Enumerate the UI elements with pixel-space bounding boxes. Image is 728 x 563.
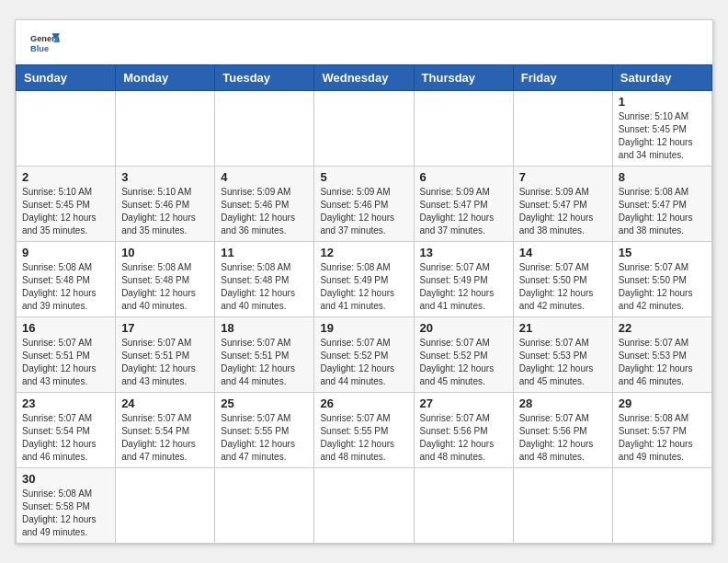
day-number: 15 — [619, 246, 706, 259]
day-number: 21 — [519, 321, 607, 335]
day-info: Sunrise: 5:08 AM Sunset: 5:57 PM Dayligh… — [619, 412, 706, 464]
calendar-header: General Blue — [16, 20, 712, 64]
day-number: 4 — [221, 170, 308, 184]
day-cell: 30Sunrise: 5:08 AM Sunset: 5:58 PM Dayli… — [17, 467, 116, 543]
svg-text:Blue: Blue — [30, 43, 49, 52]
day-number: 8 — [619, 170, 706, 184]
day-cell — [17, 90, 116, 166]
day-cell — [513, 90, 612, 166]
calendar-container: General Blue SundayMondayTuesdayWednesda… — [15, 19, 713, 545]
day-number: 18 — [221, 321, 308, 335]
day-number: 1 — [619, 95, 706, 109]
day-info: Sunrise: 5:09 AM Sunset: 5:46 PM Dayligh… — [320, 186, 407, 237]
day-info: Sunrise: 5:07 AM Sunset: 5:53 PM Dayligh… — [519, 337, 607, 388]
weekday-header-wednesday: Wednesday — [314, 64, 414, 90]
weekday-header-tuesday: Tuesday — [215, 64, 314, 90]
day-number: 9 — [22, 246, 109, 259]
day-cell: 27Sunrise: 5:07 AM Sunset: 5:56 PM Dayli… — [414, 392, 513, 467]
generalblue-logo-icon: General Blue — [30, 31, 60, 57]
day-info: Sunrise: 5:07 AM Sunset: 5:55 PM Dayligh… — [320, 412, 407, 464]
day-info: Sunrise: 5:07 AM Sunset: 5:50 PM Dayligh… — [619, 261, 706, 313]
day-cell: 2Sunrise: 5:10 AM Sunset: 5:45 PM Daylig… — [17, 166, 116, 241]
week-row-3: 9Sunrise: 5:08 AM Sunset: 5:48 PM Daylig… — [17, 241, 712, 316]
weekday-header-sunday: Sunday — [17, 64, 116, 90]
day-cell: 20Sunrise: 5:07 AM Sunset: 5:52 PM Dayli… — [414, 316, 513, 392]
day-number: 2 — [22, 170, 109, 184]
day-number: 10 — [121, 246, 209, 259]
day-cell: 1Sunrise: 5:10 AM Sunset: 5:45 PM Daylig… — [612, 90, 711, 166]
day-info: Sunrise: 5:08 AM Sunset: 5:48 PM Dayligh… — [221, 261, 308, 313]
day-cell — [414, 90, 513, 166]
day-number: 17 — [121, 321, 209, 335]
day-cell — [116, 90, 215, 166]
day-info: Sunrise: 5:07 AM Sunset: 5:56 PM Dayligh… — [519, 412, 607, 464]
day-number: 24 — [121, 396, 209, 410]
week-row-2: 2Sunrise: 5:10 AM Sunset: 5:45 PM Daylig… — [17, 166, 712, 241]
day-number: 6 — [420, 170, 507, 184]
day-cell — [314, 90, 414, 166]
day-number: 13 — [420, 246, 507, 259]
day-info: Sunrise: 5:09 AM Sunset: 5:47 PM Dayligh… — [420, 186, 507, 237]
day-info: Sunrise: 5:07 AM Sunset: 5:51 PM Dayligh… — [22, 337, 109, 388]
day-cell: 16Sunrise: 5:07 AM Sunset: 5:51 PM Dayli… — [17, 316, 116, 392]
day-cell — [314, 467, 414, 543]
day-info: Sunrise: 5:07 AM Sunset: 5:50 PM Dayligh… — [519, 261, 607, 313]
day-info: Sunrise: 5:07 AM Sunset: 5:54 PM Dayligh… — [121, 412, 209, 464]
day-info: Sunrise: 5:08 AM Sunset: 5:58 PM Dayligh… — [22, 488, 109, 539]
day-cell: 5Sunrise: 5:09 AM Sunset: 5:46 PM Daylig… — [314, 166, 414, 241]
day-info: Sunrise: 5:08 AM Sunset: 5:48 PM Dayligh… — [22, 261, 109, 313]
day-cell: 28Sunrise: 5:07 AM Sunset: 5:56 PM Dayli… — [513, 392, 612, 467]
day-info: Sunrise: 5:07 AM Sunset: 5:49 PM Dayligh… — [420, 261, 507, 313]
day-cell: 9Sunrise: 5:08 AM Sunset: 5:48 PM Daylig… — [17, 241, 116, 316]
day-cell: 18Sunrise: 5:07 AM Sunset: 5:51 PM Dayli… — [215, 316, 314, 392]
day-number: 20 — [420, 321, 507, 335]
day-cell: 15Sunrise: 5:07 AM Sunset: 5:50 PM Dayli… — [612, 241, 711, 316]
day-number: 5 — [320, 170, 407, 184]
day-cell — [215, 90, 314, 166]
day-cell: 14Sunrise: 5:07 AM Sunset: 5:50 PM Dayli… — [513, 241, 612, 316]
logo: General Blue — [30, 31, 60, 57]
day-info: Sunrise: 5:07 AM Sunset: 5:51 PM Dayligh… — [121, 337, 209, 388]
day-number: 22 — [619, 321, 706, 335]
day-cell: 26Sunrise: 5:07 AM Sunset: 5:55 PM Dayli… — [314, 392, 414, 467]
day-number: 12 — [320, 246, 407, 259]
day-info: Sunrise: 5:10 AM Sunset: 5:45 PM Dayligh… — [22, 186, 109, 237]
day-info: Sunrise: 5:07 AM Sunset: 5:56 PM Dayligh… — [420, 412, 507, 464]
day-number: 19 — [320, 321, 407, 335]
day-cell: 29Sunrise: 5:08 AM Sunset: 5:57 PM Dayli… — [612, 392, 711, 467]
day-cell — [513, 467, 612, 543]
day-cell: 11Sunrise: 5:08 AM Sunset: 5:48 PM Dayli… — [215, 241, 314, 316]
day-cell: 6Sunrise: 5:09 AM Sunset: 5:47 PM Daylig… — [414, 166, 513, 241]
day-number: 30 — [22, 472, 109, 486]
weekday-header-row: SundayMondayTuesdayWednesdayThursdayFrid… — [17, 64, 712, 90]
day-cell: 12Sunrise: 5:08 AM Sunset: 5:49 PM Dayli… — [314, 241, 414, 316]
day-cell: 3Sunrise: 5:10 AM Sunset: 5:46 PM Daylig… — [116, 166, 215, 241]
day-cell — [612, 467, 711, 543]
day-info: Sunrise: 5:10 AM Sunset: 5:46 PM Dayligh… — [121, 186, 209, 237]
day-info: Sunrise: 5:08 AM Sunset: 5:48 PM Dayligh… — [121, 261, 209, 313]
day-number: 16 — [22, 321, 109, 335]
day-info: Sunrise: 5:07 AM Sunset: 5:53 PM Dayligh… — [619, 337, 706, 388]
week-row-4: 16Sunrise: 5:07 AM Sunset: 5:51 PM Dayli… — [17, 316, 712, 392]
calendar-table: SundayMondayTuesdayWednesdayThursdayFrid… — [16, 64, 712, 544]
day-info: Sunrise: 5:07 AM Sunset: 5:52 PM Dayligh… — [420, 337, 507, 388]
day-info: Sunrise: 5:10 AM Sunset: 5:45 PM Dayligh… — [619, 110, 706, 162]
day-info: Sunrise: 5:07 AM Sunset: 5:54 PM Dayligh… — [22, 412, 109, 464]
day-cell: 13Sunrise: 5:07 AM Sunset: 5:49 PM Dayli… — [414, 241, 513, 316]
week-row-6: 30Sunrise: 5:08 AM Sunset: 5:58 PM Dayli… — [17, 467, 712, 543]
day-number: 23 — [22, 396, 109, 410]
day-info: Sunrise: 5:08 AM Sunset: 5:49 PM Dayligh… — [320, 261, 407, 313]
day-info: Sunrise: 5:07 AM Sunset: 5:51 PM Dayligh… — [221, 337, 308, 388]
day-number: 25 — [221, 396, 308, 410]
day-number: 14 — [519, 246, 607, 259]
week-row-1: 1Sunrise: 5:10 AM Sunset: 5:45 PM Daylig… — [17, 90, 712, 166]
day-number: 28 — [519, 396, 607, 410]
day-cell — [414, 467, 513, 543]
weekday-header-friday: Friday — [513, 64, 612, 90]
day-cell — [116, 467, 215, 543]
weekday-header-saturday: Saturday — [612, 64, 711, 90]
day-info: Sunrise: 5:08 AM Sunset: 5:47 PM Dayligh… — [619, 186, 706, 237]
day-cell: 21Sunrise: 5:07 AM Sunset: 5:53 PM Dayli… — [513, 316, 612, 392]
day-info: Sunrise: 5:09 AM Sunset: 5:47 PM Dayligh… — [519, 186, 607, 237]
day-cell: 10Sunrise: 5:08 AM Sunset: 5:48 PM Dayli… — [116, 241, 215, 316]
